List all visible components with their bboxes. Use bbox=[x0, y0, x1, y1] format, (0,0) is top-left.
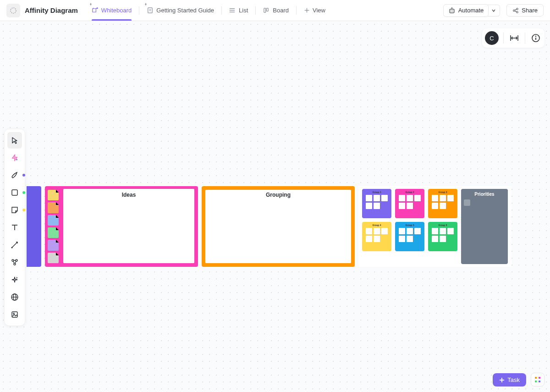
tab-board[interactable]: Board bbox=[258, 0, 294, 21]
doc-type-icon[interactable] bbox=[6, 4, 20, 17]
svg-line-40 bbox=[15, 261, 16, 263]
group-card[interactable]: Group 3 bbox=[428, 189, 457, 218]
share-label: Share bbox=[522, 7, 538, 14]
divider bbox=[525, 33, 525, 44]
tool-select[interactable] bbox=[7, 132, 22, 149]
share-button[interactable]: Share bbox=[506, 4, 544, 17]
sticky-swatch[interactable] bbox=[48, 215, 59, 226]
tab-label: Whiteboard bbox=[101, 7, 132, 14]
group-card[interactable]: Group 1 bbox=[362, 189, 391, 218]
page-title[interactable]: Affinity Diagram bbox=[25, 6, 78, 14]
divider bbox=[503, 33, 504, 44]
nodes-icon bbox=[11, 258, 19, 266]
square-icon bbox=[11, 188, 19, 197]
priorities-card[interactable]: Priorities bbox=[461, 189, 508, 264]
tool-color-dot bbox=[22, 209, 25, 211]
group-cell bbox=[440, 203, 446, 209]
sticky-swatch[interactable] bbox=[48, 190, 59, 200]
group-cell bbox=[381, 228, 388, 234]
group-cell bbox=[447, 195, 454, 201]
sticky-icon bbox=[11, 206, 19, 214]
groups-cluster[interactable]: Group 1Group 2Group 3Group 4Group 5Group… bbox=[358, 186, 512, 267]
svg-rect-10 bbox=[264, 8, 266, 12]
svg-line-22 bbox=[515, 9, 517, 10]
group-cell bbox=[374, 228, 380, 234]
globe-icon bbox=[11, 293, 19, 301]
tool-sparkle[interactable] bbox=[7, 271, 22, 288]
tab-divider bbox=[221, 6, 222, 15]
tab-add-view[interactable]: View bbox=[298, 0, 331, 21]
text-icon bbox=[11, 223, 19, 232]
user-avatar[interactable]: C bbox=[485, 31, 499, 45]
whiteboard-canvas[interactable]: C bbox=[0, 21, 550, 392]
automate-button[interactable]: Automate bbox=[443, 4, 489, 17]
doc-icon bbox=[147, 7, 154, 14]
tool-sticky[interactable] bbox=[7, 202, 22, 218]
tool-color-dot bbox=[22, 191, 25, 194]
info-button[interactable] bbox=[530, 32, 542, 44]
group-cell bbox=[399, 203, 405, 209]
tab-label: View bbox=[313, 7, 325, 14]
tool-text[interactable] bbox=[7, 219, 22, 236]
new-task-button[interactable]: Task bbox=[493, 373, 526, 386]
robot-icon bbox=[448, 7, 456, 14]
svg-point-16 bbox=[452, 11, 453, 11]
group-cell bbox=[414, 195, 421, 201]
board-content: Ideas Grouping Group 1Group 2Group 3Grou… bbox=[27, 186, 512, 267]
fit-width-button[interactable] bbox=[508, 32, 520, 44]
purple-frame-edge[interactable] bbox=[27, 186, 41, 267]
tool-connector[interactable] bbox=[7, 237, 22, 253]
tool-web[interactable] bbox=[7, 289, 22, 305]
svg-line-23 bbox=[515, 11, 517, 11]
ideas-frame[interactable]: Ideas bbox=[45, 186, 198, 267]
sticky-swatch[interactable] bbox=[48, 202, 59, 213]
board-icon bbox=[263, 7, 270, 14]
group-cell bbox=[399, 228, 405, 234]
group-cell bbox=[407, 195, 413, 201]
tool-nodes[interactable] bbox=[7, 254, 22, 271]
ideas-area[interactable]: Ideas bbox=[63, 189, 194, 263]
sticky-swatch[interactable] bbox=[48, 253, 59, 263]
svg-line-39 bbox=[13, 261, 14, 263]
image-icon bbox=[11, 310, 19, 319]
svg-point-0 bbox=[11, 8, 16, 13]
tab-getting-started[interactable]: Getting Started Guide bbox=[141, 0, 220, 21]
group-cells bbox=[399, 228, 421, 242]
sticky-swatch[interactable] bbox=[48, 227, 59, 238]
group-cell bbox=[374, 203, 380, 209]
svg-rect-14 bbox=[450, 9, 454, 13]
sticky-swatch[interactable] bbox=[48, 240, 59, 250]
group-card[interactable]: Group 6 bbox=[428, 222, 457, 251]
tool-ai[interactable] bbox=[7, 149, 22, 166]
group-cell bbox=[432, 203, 438, 209]
apps-grid-icon bbox=[534, 376, 541, 383]
group-card[interactable]: Group 5 bbox=[395, 222, 424, 251]
group-cell bbox=[440, 228, 446, 234]
automate-dropdown[interactable] bbox=[488, 5, 500, 17]
tool-image[interactable] bbox=[7, 306, 22, 323]
connector-icon bbox=[11, 241, 19, 249]
grouping-frame[interactable]: Grouping bbox=[202, 186, 355, 267]
whiteboard-icon bbox=[92, 7, 99, 14]
grouping-area[interactable]: Grouping bbox=[205, 190, 351, 263]
svg-rect-51 bbox=[539, 381, 540, 382]
svg-rect-48 bbox=[535, 377, 537, 379]
group-card[interactable]: Group 2 bbox=[395, 189, 424, 218]
svg-point-28 bbox=[535, 36, 536, 37]
tool-color-dot bbox=[22, 174, 25, 177]
list-icon bbox=[229, 7, 236, 14]
priority-item bbox=[464, 199, 470, 206]
tab-divider bbox=[255, 6, 256, 15]
plus-icon bbox=[304, 7, 310, 13]
apps-button[interactable] bbox=[531, 373, 544, 386]
tab-list[interactable]: List bbox=[224, 0, 253, 21]
group-cell bbox=[432, 236, 438, 242]
tool-pen[interactable] bbox=[7, 167, 22, 183]
svg-point-8 bbox=[230, 10, 231, 11]
tool-shape[interactable] bbox=[7, 184, 22, 201]
dotted-circle-icon bbox=[10, 7, 17, 14]
svg-point-37 bbox=[14, 263, 16, 265]
group-cell bbox=[432, 228, 438, 234]
group-card[interactable]: Group 4 bbox=[362, 222, 391, 251]
tab-whiteboard[interactable]: Whiteboard bbox=[86, 0, 137, 21]
